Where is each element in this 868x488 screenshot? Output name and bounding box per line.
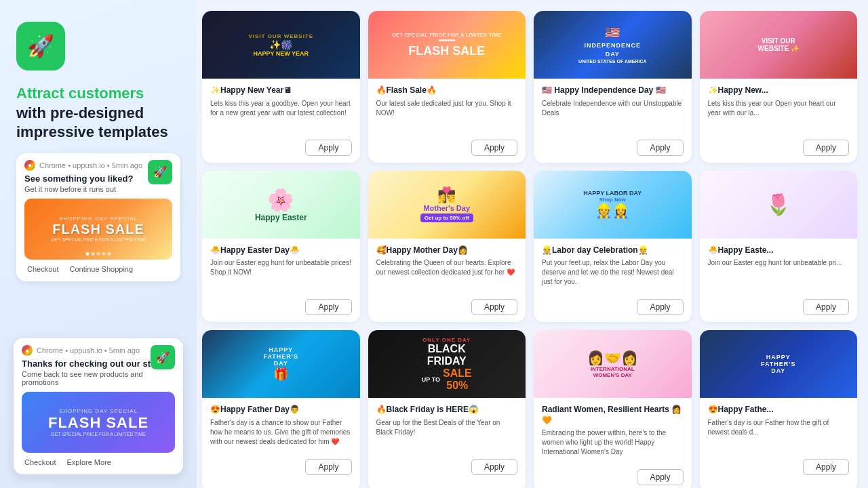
card-content-happy-easter2: 🐣Happy Easte... Join our Easter egg hunt… [700, 239, 858, 300]
card-footer-womens-day: Apply [534, 469, 692, 488]
card-footer-happy-easter2: Apply [700, 299, 858, 322]
checkout-btn-2[interactable]: Checkout [22, 457, 58, 468]
flash-banner-blue: SHOPPING DAY SPECIAL FLASH SALE GET SPEC… [22, 392, 175, 453]
card-title-labor-day: 👷Labor day Celebration👷 [542, 245, 684, 256]
card-desc-happy-easter: Join our Easter egg hunt for unbeatable … [210, 258, 352, 287]
card-content-fathers-day2: 😍Happy Fathe... Father's day is our Fath… [700, 398, 858, 459]
card-desc-labor-day: Put your feet up, relax the Labor Day yo… [542, 258, 684, 287]
notif-meta-2: Chrome • uppush.io • 5min ago [37, 346, 140, 354]
apply-button-happy-new-year2[interactable]: Apply [803, 140, 849, 156]
card-content-flash-sale: 🔥Flash Sale🔥 Our latest sale dedicated j… [368, 79, 526, 140]
card-image-womens-day: 👩‍🤝‍👩INTERNATIONALWOMEN'S DAY [534, 330, 692, 398]
shopping-day-label: SHOPPING DAY SPECIAL [51, 216, 146, 222]
template-cards-grid: VISIT OUR WEBSITE✨🎆HAPPY NEW YEAR ✨Happy… [202, 11, 857, 488]
card-image-independence-day: 🇺🇸INDEPENDENCEDAYUNITED STATES OF AMERIC… [534, 11, 692, 79]
notif-body-2: Come back to see new products and promot… [22, 370, 175, 386]
app-logo: 🚀 [16, 22, 65, 70]
template-card-labor-day: HAPPY LABOR DAYShop Now👷👷‍♀️ 👷Labor day … [534, 171, 692, 323]
card-footer-black-friday: Apply [368, 459, 526, 482]
card-desc-happy-new-year2: Lets kiss this year our Open your heart … [708, 99, 850, 127]
flash-sale-sub: GET SPECIAL PRICE FOR A LIMITED TIME [51, 237, 146, 242]
apply-button-mothers-day[interactable]: Apply [471, 299, 517, 315]
card-title-black-friday: 🔥Black Friday is HERE😱 [376, 405, 518, 415]
rocket-icon: 🚀 [27, 33, 54, 59]
apply-button-fathers-day[interactable]: Apply [305, 459, 351, 475]
card-image-happy-new-year2: VISIT OURWEBSITE ✨ [700, 11, 858, 79]
card-footer-happy-new-year2: Apply [700, 140, 858, 163]
card-desc-independence-day: Celebrate Independence with our Unstoppa… [542, 99, 684, 127]
apply-button-black-friday[interactable]: Apply [471, 459, 517, 475]
headline: Attract customers [16, 84, 180, 104]
card-footer-labor-day: Apply [534, 299, 692, 322]
card-desc-black-friday: Gear up for the Best Deals of the Year o… [376, 418, 518, 447]
card-image-happy-easter2: 🌷 [700, 171, 858, 239]
template-card-happy-new-year: VISIT OUR WEBSITE✨🎆HAPPY NEW YEAR ✨Happy… [202, 11, 360, 163]
apply-button-happy-easter2[interactable]: Apply [803, 299, 849, 315]
card-image-fathers-day2: HAPPYFATHER'SDAY [700, 330, 858, 398]
template-card-happy-easter2: 🌷 🐣Happy Easte... Join our Easter egg hu… [700, 171, 858, 323]
flash-sale-sub-blue: GET SPECIAL PRICE FOR A LIMITED TIME [48, 432, 149, 436]
template-card-black-friday: ONLY ONE DAYBLACKFRIDAYUP TOSALE50% 🔥Bla… [368, 330, 526, 488]
sidebar: 🚀 Attract customers with pre-designed im… [0, 0, 197, 488]
card-footer-fathers-day: Apply [202, 459, 360, 482]
shopping-day-label-2: SHOPPING DAY SPECIAL [48, 408, 149, 414]
card-title-flash-sale: 🔥Flash Sale🔥 [376, 85, 518, 96]
uppush-logo-2: 🚀 [151, 345, 175, 369]
notif-meta-1: Chrome • uppush.io • 5min ago [39, 161, 142, 169]
card-title-fathers-day2: 😍Happy Fathe... [708, 405, 850, 415]
card-footer-flash-sale: Apply [368, 140, 526, 163]
template-card-womens-day: 👩‍🤝‍👩INTERNATIONALWOMEN'S DAY Radiant Wo… [534, 330, 692, 488]
notification-card-1: ● Chrome • uppush.io • 5min ago 🚀 See so… [16, 153, 180, 281]
card-content-happy-new-year2: ✨Happy New... Lets kiss this year our Op… [700, 79, 858, 140]
checkout-btn-1[interactable]: Checkout [24, 264, 61, 274]
card-desc-happy-easter2: Join our Easter egg hunt for unbeatable … [708, 258, 850, 287]
apply-button-happy-new-year[interactable]: Apply [305, 140, 351, 156]
continue-shopping-btn[interactable]: Continue Shopping [66, 264, 136, 274]
card-desc-fathers-day: Father's day is a chance to show our Fat… [210, 418, 352, 447]
template-card-mothers-day: 👩‍❤️‍💋‍👨Mother's DayGet up to 50% off 🥰H… [368, 171, 526, 323]
card-desc-womens-day: Embracing the power within, here's to th… [542, 428, 684, 457]
card-title-independence-day: 🇺🇸 Happy Independence Day 🇺🇸 [542, 85, 684, 96]
card-desc-mothers-day: Celebrating the Queen of our hearts. Exp… [376, 258, 518, 287]
apply-button-happy-easter[interactable]: Apply [305, 299, 351, 315]
apply-button-independence-day[interactable]: Apply [637, 140, 683, 156]
card-title-happy-new-year2: ✨Happy New... [708, 85, 850, 96]
template-card-happy-new-year2: VISIT OURWEBSITE ✨ ✨Happy New... Lets ki… [700, 11, 858, 163]
card-footer-independence-day: Apply [534, 140, 692, 163]
card-content-happy-new-year: ✨Happy New Year🖥 Lets kiss this year a g… [202, 79, 360, 140]
chrome-icon-2: ● [22, 345, 33, 356]
card-title-womens-day: Radiant Women, Resilient Hearts 👩🧡 [542, 405, 684, 426]
card-content-happy-easter: 🐣Happy Easter Day🐣 Join our Easter egg h… [202, 239, 360, 300]
flash-sale-label: FLASH SALE [51, 222, 146, 237]
card-image-labor-day: HAPPY LABOR DAYShop Now👷👷‍♀️ [534, 171, 692, 239]
flash-banner-orange: SHOPPING DAY SPECIAL FLASH SALE GET SPEC… [24, 199, 172, 260]
uppush-logo-1: 🚀 [148, 160, 172, 184]
template-card-flash-sale: GET SPECIAL PRICE FOR A LIMITED TIME⬬⬬⬬⬬… [368, 11, 526, 163]
apply-button-labor-day[interactable]: Apply [637, 299, 683, 315]
card-title-mothers-day: 🥰Happy Mother Day👩 [376, 245, 518, 256]
card-content-mothers-day: 🥰Happy Mother Day👩 Celebrating the Queen… [368, 239, 526, 300]
template-card-independence-day: 🇺🇸INDEPENDENCEDAYUNITED STATES OF AMERIC… [534, 11, 692, 163]
template-card-fathers-day: HAPPYFATHER'SDAY🎁 😍Happy Father Day👨 Fat… [202, 330, 360, 488]
card-content-womens-day: Radiant Women, Resilient Hearts 👩🧡 Embra… [534, 398, 692, 469]
main-content: VISIT OUR WEBSITE✨🎆HAPPY NEW YEAR ✨Happy… [197, 0, 868, 488]
apply-button-womens-day[interactable]: Apply [637, 469, 683, 485]
card-image-fathers-day: HAPPYFATHER'SDAY🎁 [202, 330, 360, 398]
card-image-black-friday: ONLY ONE DAYBLACKFRIDAYUP TOSALE50% [368, 330, 526, 398]
template-card-fathers-day2: HAPPYFATHER'SDAY 😍Happy Fathe... Father'… [700, 330, 858, 488]
template-card-happy-easter: 🌸Happy Easter 🐣Happy Easter Day🐣 Join ou… [202, 171, 360, 323]
apply-button-flash-sale[interactable]: Apply [471, 140, 517, 156]
card-footer-fathers-day2: Apply [700, 459, 858, 482]
flash-sale-label-blue: FLASH SALE [48, 414, 149, 432]
card-image-happy-new-year: VISIT OUR WEBSITE✨🎆HAPPY NEW YEAR [202, 11, 360, 79]
card-title-happy-easter: 🐣Happy Easter Day🐣 [210, 245, 352, 256]
explore-more-btn[interactable]: Explore More [64, 457, 113, 468]
subheadline: with pre-designed impressive templates [16, 104, 180, 142]
card-content-fathers-day: 😍Happy Father Day👨 Father's day is a cha… [202, 398, 360, 459]
apply-button-fathers-day2[interactable]: Apply [803, 459, 849, 475]
chrome-icon-1: ● [24, 160, 35, 171]
card-image-happy-easter: 🌸Happy Easter [202, 171, 360, 239]
notification-card-2: ● Chrome • uppush.io • 5min ago 🚀 Thanks… [14, 338, 183, 474]
card-footer-happy-new-year: Apply [202, 140, 360, 163]
card-footer-mothers-day: Apply [368, 299, 526, 322]
